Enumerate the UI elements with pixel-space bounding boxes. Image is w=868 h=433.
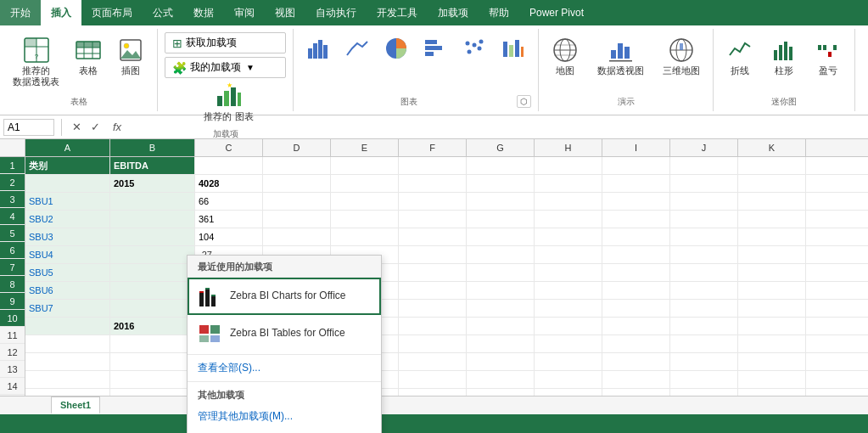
- cell-j13[interactable]: [670, 371, 738, 388]
- cell-h12[interactable]: [535, 353, 602, 370]
- col-header-i[interactable]: I: [602, 139, 670, 156]
- scatter-chart-button[interactable]: [456, 32, 492, 65]
- cell-j2[interactable]: [670, 175, 738, 192]
- cell-b7[interactable]: [110, 264, 195, 281]
- tab-start[interactable]: 开始: [0, 0, 41, 25]
- cell-a8[interactable]: SBU6: [25, 282, 110, 299]
- col-header-j[interactable]: J: [670, 139, 738, 156]
- cell-h6[interactable]: [535, 246, 602, 263]
- cell-k10[interactable]: [738, 318, 806, 335]
- cell-i7[interactable]: [602, 264, 670, 281]
- tab-data[interactable]: 数据: [183, 0, 224, 25]
- cell-j6[interactable]: [670, 246, 738, 263]
- cell-k11[interactable]: [738, 335, 806, 352]
- cell-k9[interactable]: [738, 300, 806, 317]
- cell-b13[interactable]: [110, 371, 195, 388]
- col-header-f[interactable]: F: [399, 139, 467, 156]
- col-header-g[interactable]: G: [467, 139, 535, 156]
- cell-f2[interactable]: [399, 175, 467, 192]
- cell-b9[interactable]: [110, 300, 195, 317]
- cell-h3[interactable]: [535, 193, 602, 210]
- cell-b4[interactable]: [110, 211, 195, 228]
- col-header-k[interactable]: K: [738, 139, 806, 156]
- cell-f12[interactable]: [399, 353, 467, 370]
- cell-k5[interactable]: [738, 228, 806, 245]
- table-button[interactable]: 表格: [69, 32, 108, 81]
- cell-h11[interactable]: [535, 335, 602, 352]
- cell-a3[interactable]: SBU1: [25, 193, 110, 210]
- cell-a5[interactable]: SBU3: [25, 228, 110, 245]
- cell-g11[interactable]: [467, 335, 535, 352]
- fx-icon[interactable]: fx: [109, 120, 125, 135]
- cell-j9[interactable]: [670, 300, 738, 317]
- cell-e2[interactable]: [331, 175, 399, 192]
- cell-j7[interactable]: [670, 264, 738, 281]
- col-header-e[interactable]: E: [331, 139, 399, 156]
- cell-h2[interactable]: [535, 175, 602, 192]
- cell-a1[interactable]: 类别: [25, 157, 110, 174]
- cell-k8[interactable]: [738, 282, 806, 299]
- cell-h1[interactable]: [535, 157, 602, 174]
- cell-g4[interactable]: [467, 211, 535, 228]
- cell-g5[interactable]: [467, 228, 535, 245]
- cell-g9[interactable]: [467, 300, 535, 317]
- cell-k7[interactable]: [738, 264, 806, 281]
- cell-a4[interactable]: SBU2: [25, 211, 110, 228]
- cell-e5[interactable]: [331, 228, 399, 245]
- cell-j8[interactable]: [670, 282, 738, 299]
- cell-b2[interactable]: 2015: [110, 175, 195, 192]
- cell-j5[interactable]: [670, 228, 738, 245]
- illustration-button[interactable]: 插图: [111, 32, 150, 81]
- cell-a9[interactable]: SBU7: [25, 300, 110, 317]
- cell-g12[interactable]: [467, 353, 535, 370]
- cell-f13[interactable]: [399, 371, 467, 388]
- tab-formula[interactable]: 公式: [143, 0, 183, 25]
- line-sparkline-button[interactable]: 折线: [720, 32, 759, 81]
- cell-j12[interactable]: [670, 353, 738, 370]
- cell-a2[interactable]: [25, 175, 110, 192]
- tab-review[interactable]: 审阅: [224, 0, 265, 25]
- col-header-a[interactable]: A: [25, 139, 110, 156]
- cell-b5[interactable]: [110, 228, 195, 245]
- cell-i8[interactable]: [602, 282, 670, 299]
- winloss-sparkline-button[interactable]: 盈亏: [809, 32, 848, 81]
- cell-d3[interactable]: [263, 193, 331, 210]
- manage-addins-link[interactable]: 管理其他加载项(M)...: [188, 405, 381, 428]
- cell-c4[interactable]: 361: [195, 211, 263, 228]
- recommended-charts-button[interactable]: ★ 推荐的 图表: [198, 78, 259, 127]
- confirm-formula-icon[interactable]: ✓: [87, 120, 103, 135]
- cell-e3[interactable]: [331, 193, 399, 210]
- cell-j3[interactable]: [670, 193, 738, 210]
- cell-k1[interactable]: [738, 157, 806, 174]
- cell-f9[interactable]: [399, 300, 467, 317]
- cell-h5[interactable]: [535, 228, 602, 245]
- tab-autoexec[interactable]: 自动执行: [305, 0, 367, 25]
- cell-a6[interactable]: SBU4: [25, 246, 110, 263]
- cell-a11[interactable]: [25, 335, 110, 352]
- cell-b12[interactable]: [110, 353, 195, 370]
- cell-i1[interactable]: [602, 157, 670, 174]
- cell-i13[interactable]: [602, 371, 670, 388]
- cell-k3[interactable]: [738, 193, 806, 210]
- col-header-h[interactable]: H: [535, 139, 602, 156]
- my-addins-button[interactable]: 🧩 我的加载项 ▼: [165, 57, 286, 78]
- cell-h8[interactable]: [535, 282, 602, 299]
- cell-a12[interactable]: [25, 353, 110, 370]
- cell-f4[interactable]: [399, 211, 467, 228]
- pivot-chart-button[interactable]: 数据透视图: [591, 32, 650, 81]
- cell-b1[interactable]: EBITDA: [110, 157, 195, 174]
- cell-d1[interactable]: [263, 157, 331, 174]
- cell-j11[interactable]: [670, 335, 738, 352]
- cell-i9[interactable]: [602, 300, 670, 317]
- cell-c3[interactable]: 66: [195, 193, 263, 210]
- cell-g7[interactable]: [467, 264, 535, 281]
- sheet-tab-1[interactable]: Sheet1: [51, 396, 100, 414]
- cell-a10[interactable]: [25, 318, 110, 335]
- cell-g3[interactable]: [467, 193, 535, 210]
- get-addins-button[interactable]: ⊞ 获取加载项: [165, 32, 286, 53]
- col-sparkline-button[interactable]: 柱形: [764, 32, 804, 81]
- cell-f5[interactable]: [399, 228, 467, 245]
- cell-h13[interactable]: [535, 371, 602, 388]
- recommended-pivot-button[interactable]: ? 推荐的数据透视表: [7, 32, 65, 92]
- tab-devtools[interactable]: 开发工具: [367, 0, 428, 25]
